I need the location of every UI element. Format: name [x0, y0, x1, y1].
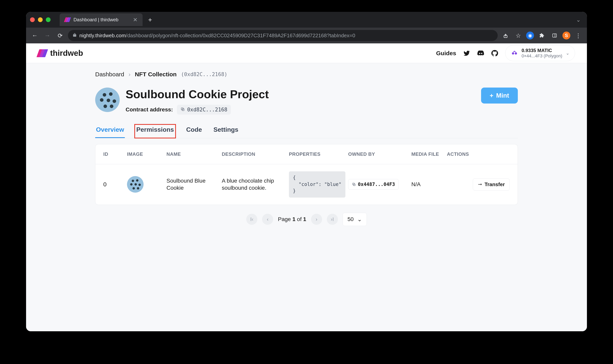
chevron-down-icon: ⌄ — [357, 216, 362, 223]
page-last-button[interactable]: ›I — [327, 214, 338, 225]
header-right: Guides 0.9335 MATIC 0×44...4F3 (Po — [436, 45, 575, 61]
chevron-down-icon: ⌄ — [566, 51, 569, 56]
mint-button[interactable]: + Mint — [481, 88, 518, 104]
tab-title: Dashboard | thirdweb — [73, 17, 130, 23]
window-minimize-button[interactable] — [38, 17, 43, 22]
cell-description: A blue chocolate chip soulbound cookie. — [222, 177, 289, 192]
table-header: IDIMAGENAMEDESCRIPTIONPROPERTIESOWNED BY… — [95, 144, 518, 164]
app-header: thirdweb Guides 0 — [26, 43, 587, 63]
page-title: Soulbound Cookie Project — [125, 88, 475, 101]
browser-tabbar: Dashboard | thirdweb ✕ + ⌄ — [26, 12, 587, 28]
column-header: NAME — [167, 151, 222, 157]
wallet-address: 0×44...4F3 (Polygon) — [522, 53, 562, 59]
column-header: ACTIONS — [447, 151, 510, 157]
url-text: nightly.thirdweb.com/dashboard/polygon/n… — [79, 33, 355, 39]
nav-forward-button[interactable]: → — [43, 31, 52, 40]
brand-name: thirdweb — [50, 49, 83, 58]
address-bar[interactable]: nightly.thirdweb.com/dashboard/polygon/n… — [68, 30, 498, 41]
breadcrumb-address: (0xd82C...2168) — [181, 71, 227, 77]
tab-code[interactable]: Code — [185, 124, 203, 138]
table-body: 0Soulbound Blue CookieA blue chocolate c… — [95, 164, 518, 205]
cell-properties: { "color": "blue" } — [289, 171, 348, 198]
column-header: OWNED BY — [348, 151, 411, 157]
page-prev-button[interactable]: ‹ — [262, 214, 273, 225]
svg-rect-1 — [553, 34, 557, 37]
column-header: IMAGE — [127, 151, 167, 157]
breadcrumb-current: NFT Collection — [135, 71, 177, 78]
column-header: PROPERTIES — [289, 151, 348, 157]
breadcrumb-separator-icon: › — [128, 71, 131, 78]
brand-logo[interactable]: thirdweb — [38, 49, 83, 58]
tab-close-button[interactable]: ✕ — [133, 17, 138, 23]
discord-icon[interactable] — [477, 50, 484, 57]
tab-favicon — [65, 17, 70, 23]
table-row: 0Soulbound Blue CookieA blue chocolate c… — [95, 164, 518, 205]
column-header: ID — [103, 151, 127, 157]
copy-icon — [181, 107, 185, 113]
cell-id: 0 — [103, 181, 127, 188]
cell-media: N/A — [411, 181, 447, 188]
page-content: thirdweb Guides 0 — [26, 43, 587, 331]
nav-back-button[interactable]: ← — [30, 31, 40, 40]
new-tab-button[interactable]: + — [146, 15, 154, 24]
browser-toolbar: ← → ⟳ nightly.thirdweb.com/dashboard/pol… — [26, 28, 587, 43]
column-header: DESCRIPTION — [222, 151, 289, 157]
project-image — [95, 88, 120, 112]
logo-mark-icon — [38, 49, 47, 57]
nft-table-card: IDIMAGENAMEDESCRIPTIONPROPERTIESOWNED BY… — [95, 144, 518, 205]
transfer-button[interactable]: Transfer — [473, 179, 510, 191]
sidepanel-button[interactable] — [550, 31, 559, 40]
properties-code: { "color": "blue" } — [289, 171, 345, 198]
cell-name: Soulbound Blue Cookie — [167, 177, 222, 192]
window-zoom-button[interactable] — [46, 17, 51, 22]
wallet-balance: 0.9335 MATIC — [522, 48, 562, 53]
browser-menu-button[interactable]: ⋮ — [573, 31, 583, 40]
mint-button-label: Mint — [496, 92, 509, 99]
tabs: OverviewPermissionsCodeSettings — [95, 124, 518, 138]
plus-icon: + — [490, 92, 494, 99]
bookmark-button[interactable]: ☆ — [514, 31, 523, 40]
tab-overview[interactable]: Overview — [95, 124, 125, 138]
pagination: I‹ ‹ Page 1 of 1 › ›I 50 ⌄ — [95, 205, 518, 234]
page-next-button[interactable]: › — [311, 214, 322, 225]
main-content: Dashboard › NFT Collection (0xd82C...216… — [83, 63, 530, 242]
tab-settings[interactable]: Settings — [213, 124, 239, 138]
browser-window: Dashboard | thirdweb ✕ + ⌄ ← → ⟳ nightly… — [26, 12, 587, 331]
owner-address-chip[interactable]: 0x4487...04F3 — [348, 179, 399, 190]
page-size-value: 50 — [348, 216, 354, 222]
contract-address-value: 0xd82C...2168 — [187, 107, 227, 113]
window-controls — [30, 17, 51, 22]
share-button[interactable] — [501, 31, 510, 40]
tabs-overflow-button[interactable]: ⌄ — [574, 17, 583, 23]
breadcrumb: Dashboard › NFT Collection (0xd82C...216… — [95, 71, 518, 78]
cell-actions: Transfer — [447, 179, 510, 191]
breadcrumb-root[interactable]: Dashboard — [95, 71, 124, 78]
profile-avatar[interactable]: S — [562, 32, 570, 39]
tab-permissions[interactable]: Permissions — [135, 124, 175, 138]
project-header: Soulbound Cookie Project Contract addres… — [95, 88, 518, 115]
guides-link[interactable]: Guides — [436, 50, 456, 57]
contract-address-chip[interactable]: 0xd82C...2168 — [177, 105, 231, 115]
contract-address-label: Contract address: — [125, 106, 173, 113]
github-icon[interactable] — [491, 50, 498, 57]
page-indicator: Page 1 of 1 — [278, 216, 306, 222]
contract-address-row: Contract address: 0xd82C...2168 — [125, 105, 475, 115]
page-size-select[interactable]: 50 ⌄ — [343, 213, 367, 226]
polygon-chain-icon — [511, 50, 518, 57]
browser-tab[interactable]: Dashboard | thirdweb ✕ — [60, 13, 143, 26]
column-header: MEDIA FILE — [411, 151, 447, 157]
lock-icon — [73, 33, 77, 38]
wallet-info: 0.9335 MATIC 0×44...4F3 (Polygon) — [522, 48, 562, 59]
nav-reload-button[interactable]: ⟳ — [55, 31, 65, 40]
twitter-icon[interactable] — [463, 50, 470, 57]
nft-thumbnail — [127, 176, 144, 193]
window-close-button[interactable] — [30, 17, 35, 22]
wallet-button[interactable]: 0.9335 MATIC 0×44...4F3 (Polygon) ⌄ — [505, 45, 575, 61]
extension-icon[interactable]: ◉ — [526, 32, 534, 39]
cell-owned-by: 0x4487...04F3 — [348, 179, 411, 190]
cell-image — [127, 176, 167, 193]
page-first-button[interactable]: I‹ — [246, 214, 257, 225]
extensions-button[interactable] — [537, 31, 547, 40]
